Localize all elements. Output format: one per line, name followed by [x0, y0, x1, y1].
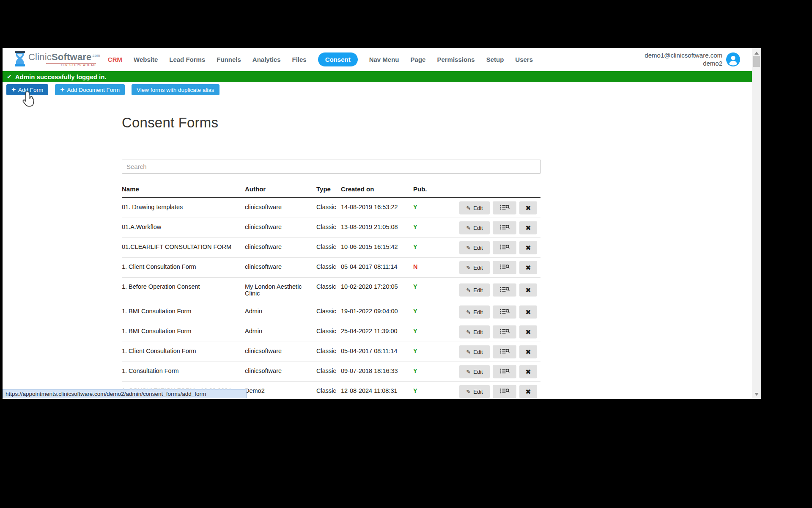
delete-button[interactable]: ✖ [519, 385, 537, 398]
nav-item-page[interactable]: Page [411, 56, 426, 63]
table-row: 01. Drawing templates clinicsoftware Cla… [122, 198, 540, 218]
view-duplicate-alias-button[interactable]: View forms with duplicate alias [132, 84, 219, 95]
form-type-cell: Classic [316, 258, 341, 270]
column-header-author: Author [245, 185, 316, 193]
nav-item-lead-forms[interactable]: Lead Forms [169, 56, 205, 63]
table-row: 1. Before Operation Consent My London Ae… [122, 278, 540, 302]
view-entries-button[interactable] [493, 385, 516, 398]
list-search-icon [500, 329, 510, 336]
form-created-cell: 09-07-2018 18:16:33 [341, 362, 413, 374]
user-area: demo1@clinicsoftware.com demo2 [645, 52, 740, 68]
form-name-cell: 1. BMI Consultation Form [122, 322, 245, 334]
form-type-cell: Classic [316, 218, 341, 230]
brand-tagline: TEN STEPS AHEAD [46, 63, 96, 67]
nav-item-funnels[interactable]: Funnels [217, 56, 241, 63]
edit-button[interactable]: ✎ Edit [459, 385, 490, 398]
user-account: demo2 [645, 60, 722, 68]
list-search-icon [500, 388, 510, 395]
nav-item-consent[interactable]: Consent [318, 52, 358, 66]
form-published-cell: Y [413, 302, 452, 315]
nav-item-analytics[interactable]: Analytics [252, 56, 281, 63]
nav-item-website[interactable]: Website [134, 56, 158, 63]
nav-item-users[interactable]: Users [515, 56, 533, 63]
form-name-cell: 1. Consultation Form [122, 362, 245, 374]
form-name-cell: 1. Client Consultation Form [122, 258, 245, 270]
form-type-cell: Classic [316, 302, 341, 315]
list-search-icon [500, 309, 510, 316]
success-alert-message: Admin successfully logged in. [15, 73, 107, 80]
search-input[interactable] [122, 160, 541, 174]
table-row: 1. Client Consultation Form clinicsoftwa… [122, 342, 540, 362]
edit-button[interactable]: ✎ Edit [459, 241, 490, 254]
pencil-icon: ✎ [466, 369, 471, 375]
edit-button[interactable]: ✎ Edit [459, 221, 490, 235]
pencil-icon: ✎ [466, 389, 471, 395]
view-entries-button[interactable] [493, 241, 516, 254]
edit-button[interactable]: ✎ Edit [459, 326, 490, 339]
view-entries-button[interactable] [493, 306, 516, 319]
add-document-form-button[interactable]: ✚ Add Document Form [55, 84, 125, 95]
scrollbar-thumb[interactable] [753, 56, 760, 67]
x-icon: ✖ [525, 348, 531, 356]
brand-text: ClinicSoftware.com [28, 52, 100, 62]
column-header-pub: Pub. [413, 185, 452, 193]
triangle-up-icon [754, 52, 759, 55]
pencil-icon: ✎ [466, 265, 471, 271]
delete-button[interactable]: ✖ [519, 261, 537, 274]
delete-button[interactable]: ✖ [519, 202, 537, 215]
vertical-scrollbar[interactable] [752, 48, 761, 399]
view-entries-button[interactable] [493, 261, 516, 274]
nav-item-files[interactable]: Files [292, 56, 307, 63]
page-title: Consent Forms [122, 115, 752, 131]
form-published-cell: Y [413, 382, 452, 394]
nav-item-permissions[interactable]: Permissions [437, 56, 475, 63]
delete-button[interactable]: ✖ [519, 345, 537, 359]
view-entries-button[interactable] [493, 202, 516, 215]
form-author-cell: clinicsoftware [245, 342, 316, 354]
main-nav: CRMWebsiteLead FormsFunnelsAnalyticsFile… [108, 52, 533, 66]
form-published-cell: Y [413, 278, 452, 290]
form-created-cell: 10-06-2015 16:15:42 [341, 238, 413, 250]
edit-button[interactable]: ✎ Edit [459, 345, 490, 359]
x-icon: ✖ [525, 388, 531, 396]
form-type-cell: Classic [316, 238, 341, 250]
column-header-type: Type [316, 185, 341, 193]
form-author-cell: Demo2 [245, 382, 316, 394]
delete-button[interactable]: ✖ [519, 241, 537, 254]
form-type-cell: Classic [316, 278, 341, 290]
form-created-cell: 25-04-2022 11:39:00 [341, 322, 413, 334]
form-created-cell: 14-08-2019 16:53:22 [341, 198, 413, 210]
edit-button[interactable]: ✎ Edit [459, 261, 490, 274]
view-entries-button[interactable] [493, 326, 516, 339]
scroll-up-arrow[interactable] [752, 50, 761, 56]
list-search-icon [500, 244, 510, 251]
scroll-down-arrow[interactable] [752, 391, 761, 398]
delete-button[interactable]: ✖ [519, 283, 537, 296]
delete-button[interactable]: ✖ [519, 221, 537, 235]
link-preview-url: https://appointments.clinicsoftware.com/… [5, 391, 206, 397]
view-entries-button[interactable] [493, 345, 516, 359]
view-entries-button[interactable] [493, 283, 516, 296]
clinicsoftware-logo[interactable]: ClinicSoftware.com TEN STEPS AHEAD [14, 51, 100, 68]
toolbar: ✚ Add Form ✚ Add Document Form View form… [3, 82, 752, 95]
view-entries-button[interactable] [493, 365, 516, 378]
success-alert: ✔ Admin successfully logged in. [3, 71, 752, 82]
edit-button[interactable]: ✎ Edit [459, 283, 490, 296]
edit-button[interactable]: ✎ Edit [459, 365, 490, 378]
user-avatar-icon[interactable] [726, 52, 740, 66]
x-icon: ✖ [525, 244, 531, 252]
delete-button[interactable]: ✖ [519, 365, 537, 378]
edit-button[interactable]: ✎ Edit [459, 202, 490, 215]
nav-item-nav-menu[interactable]: Nav Menu [369, 56, 399, 63]
edit-button[interactable]: ✎ Edit [459, 306, 490, 319]
form-name-cell: 01.CLEARLIFT CONSULTATION FORM [122, 238, 245, 250]
delete-button[interactable]: ✖ [519, 326, 537, 339]
column-header-name: Name [122, 185, 245, 193]
table-row: 01.CLEARLIFT CONSULTATION FORM clinicsof… [122, 238, 540, 258]
nav-item-crm[interactable]: CRM [108, 56, 122, 63]
delete-button[interactable]: ✖ [519, 306, 537, 319]
triangle-down-icon [754, 393, 759, 396]
view-entries-button[interactable] [493, 221, 516, 235]
nav-item-setup[interactable]: Setup [486, 56, 504, 63]
list-search-icon [500, 348, 510, 356]
